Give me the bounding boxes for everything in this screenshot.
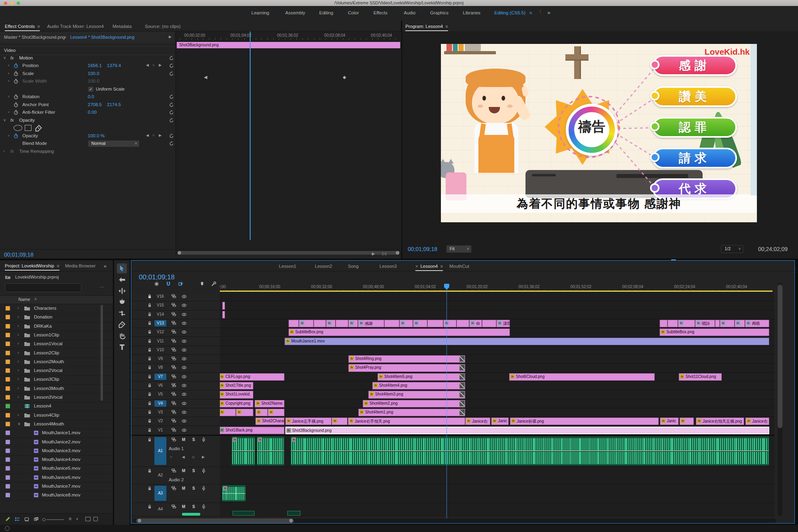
expand-param-icon[interactable]: › bbox=[8, 63, 10, 67]
zoom-slider[interactable] bbox=[42, 518, 45, 521]
mute-button[interactable]: M bbox=[182, 469, 185, 473]
transition-icon[interactable] bbox=[459, 356, 465, 362]
stopwatch-icon[interactable] bbox=[14, 133, 19, 139]
source-patch-icon[interactable] bbox=[171, 437, 177, 443]
label-color-swatch[interactable] bbox=[6, 457, 10, 462]
tool-hand[interactable] bbox=[117, 330, 127, 340]
workspace-tab-libraries[interactable]: Libraries bbox=[463, 10, 480, 15]
workspace-tab-graphics[interactable]: Graphics bbox=[430, 10, 448, 15]
zoom-slider-track[interactable] bbox=[46, 519, 64, 520]
timeline-clip[interactable] bbox=[427, 320, 443, 327]
track-lock-icon[interactable] bbox=[147, 339, 153, 344]
stopwatch-icon[interactable] bbox=[14, 94, 19, 100]
timeline-clip-shot1lovekid-[interactable]: fxShot1Lovekid. bbox=[220, 391, 253, 398]
expand-icon[interactable]: › bbox=[18, 341, 19, 346]
timeline-clip[interactable]: fx bbox=[678, 320, 695, 327]
new-item-button[interactable] bbox=[93, 517, 98, 521]
timeline-clip[interactable]: fx bbox=[720, 320, 735, 327]
collapse-icon[interactable]: ∨ bbox=[18, 421, 20, 426]
keyframe-marker[interactable]: ◀ bbox=[204, 75, 207, 80]
track-target-a3[interactable]: A3 bbox=[154, 486, 166, 501]
label-color-swatch[interactable] bbox=[6, 413, 10, 417]
source-patch-icon[interactable] bbox=[171, 383, 177, 388]
list-view-button[interactable] bbox=[14, 517, 20, 522]
voiceover-record-icon[interactable] bbox=[201, 468, 207, 474]
ec-loop-button[interactable]: ▷| bbox=[382, 251, 386, 256]
toggle-track-output-icon[interactable] bbox=[182, 348, 187, 353]
timeline-clip[interactable]: fx bbox=[679, 417, 694, 425]
timeline-clip[interactable]: fx bbox=[413, 320, 427, 327]
label-color-swatch[interactable] bbox=[6, 333, 10, 337]
track-lock-icon[interactable] bbox=[147, 504, 153, 510]
sequence-tab-lesson4[interactable]: ×Lesson4 ≡ bbox=[415, 264, 443, 269]
label-color-swatch[interactable] bbox=[6, 395, 10, 399]
label-color-swatch[interactable] bbox=[6, 386, 10, 391]
label-color-swatch[interactable] bbox=[6, 493, 10, 497]
effect-name[interactable]: Motion bbox=[19, 55, 33, 60]
label-color-swatch[interactable] bbox=[6, 484, 10, 488]
label-color-swatch[interactable] bbox=[6, 475, 10, 480]
voiceover-record-icon[interactable] bbox=[201, 437, 207, 443]
workspace-tab-learning[interactable]: Learning bbox=[251, 10, 269, 15]
timeline-clip[interactable]: fx bbox=[348, 320, 358, 327]
expand-icon[interactable]: › bbox=[18, 359, 19, 364]
track-lock-icon[interactable] bbox=[147, 410, 153, 415]
expand-param-icon[interactable]: › bbox=[8, 109, 10, 114]
toggle-track-output-icon[interactable] bbox=[182, 294, 187, 300]
timeline-clip-janice-png[interactable]: fxJanice右指天左橫.png bbox=[696, 417, 744, 425]
expand-icon[interactable]: › bbox=[18, 386, 19, 390]
tool-ripple-edit[interactable] bbox=[117, 286, 127, 296]
ec-play-button[interactable]: ▶ bbox=[372, 251, 375, 256]
effect-name[interactable]: Opacity bbox=[19, 118, 35, 123]
add-keyframe-icon[interactable]: ○ bbox=[152, 133, 154, 137]
expand-icon[interactable]: › bbox=[18, 350, 19, 355]
track-lock-icon[interactable] bbox=[147, 437, 153, 443]
project-item-characters[interactable]: ›Characters bbox=[0, 304, 113, 313]
tool-pen[interactable] bbox=[117, 319, 127, 329]
transition-icon[interactable] bbox=[459, 409, 465, 415]
track-target-v13[interactable]: V13 bbox=[154, 320, 166, 326]
opacity-ellipse-mask-icon[interactable] bbox=[14, 125, 22, 131]
timeline-clip-shot4pray-png[interactable]: fxShot4Pray.png bbox=[348, 364, 465, 372]
project-item-lesson4clip[interactable]: ›Lesson4Clip bbox=[0, 411, 113, 420]
timeline-clip-janic[interactable]: fxJanic bbox=[660, 417, 679, 425]
timeline-clip-shot4item2-png[interactable]: fxShot4Item2.png bbox=[363, 400, 465, 407]
prev-keyframe-icon[interactable]: ◀ bbox=[146, 63, 149, 67]
track-target-v7[interactable]: V7 bbox=[154, 374, 166, 380]
param-value[interactable]: 0.00 bbox=[88, 110, 97, 115]
source-patch-icon[interactable] bbox=[171, 427, 177, 433]
timeline-clip-shot4item4-png[interactable]: fxShot4Item4.png bbox=[372, 382, 465, 390]
expand-icon[interactable]: › bbox=[18, 377, 19, 381]
toggle-track-output-icon[interactable] bbox=[182, 365, 187, 371]
track-target-v4[interactable]: V4 bbox=[154, 400, 166, 407]
label-color-swatch[interactable] bbox=[6, 306, 10, 310]
project-item-mouthjanice7-mov[interactable]: MouthJanice7.mov bbox=[0, 482, 113, 491]
track-target-v6[interactable]: V6 bbox=[154, 382, 166, 389]
label-color-swatch[interactable] bbox=[6, 449, 10, 453]
program-video-frame[interactable]: LoveKid.hk 禱告 感謝讚美認罪請求代求 為着不同的 bbox=[441, 44, 757, 222]
label-color-swatch[interactable] bbox=[6, 377, 10, 382]
timeline-clip-shot6cloud-png[interactable]: fxShot6Cloud.png bbox=[509, 373, 655, 381]
workspace-tab-editing[interactable]: Editing bbox=[319, 10, 333, 15]
project-item-lesson1vocal[interactable]: ›Lesson1Vocal bbox=[0, 340, 113, 349]
panel-menu-icon[interactable]: ≡ bbox=[440, 264, 443, 269]
opacity-pen-mask-icon[interactable] bbox=[35, 125, 42, 133]
param-value[interactable]: 100.0 bbox=[88, 79, 99, 83]
label-color-swatch[interactable] bbox=[6, 324, 10, 328]
expand-icon[interactable]: › bbox=[18, 314, 19, 319]
solo-button[interactable]: S bbox=[192, 486, 195, 490]
reset-param-icon[interactable] bbox=[169, 110, 175, 115]
audio-clip[interactable]: fx bbox=[290, 436, 769, 466]
track-lock-icon[interactable] bbox=[147, 303, 153, 309]
timeline-settings-icon[interactable] bbox=[211, 281, 217, 287]
source-patch-icon[interactable] bbox=[171, 320, 177, 326]
track-target-v10[interactable]: V10 bbox=[154, 347, 166, 353]
new-bin-button[interactable] bbox=[85, 517, 91, 521]
timeline-clip[interactable]: fx bbox=[220, 409, 236, 416]
project-item-drkaka[interactable]: ›DRKaKa bbox=[0, 322, 113, 331]
source-patch-icon[interactable] bbox=[171, 504, 177, 510]
workspace-tab-color[interactable]: Color bbox=[348, 10, 359, 15]
track-target-a2[interactable]: A2 bbox=[154, 468, 166, 483]
project-item-donation[interactable]: ›Donation bbox=[0, 313, 113, 322]
track-lock-icon[interactable] bbox=[147, 321, 153, 326]
